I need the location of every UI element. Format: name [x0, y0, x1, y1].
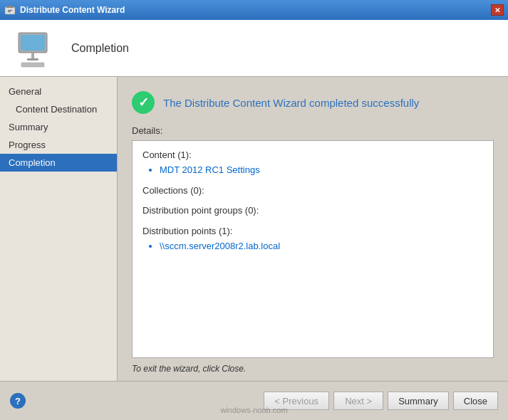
footer-buttons: < Previous Next > Summary Close	[264, 392, 498, 410]
svg-rect-1	[6, 6, 14, 8]
collections-section-title: Collections (0):	[142, 185, 204, 196]
title-bar: Distribute Content Wizard ✕	[0, 0, 508, 20]
details-collections-section: Collections (0):	[142, 184, 483, 199]
main-content: General Content Destination Summary Prog…	[0, 77, 508, 381]
sidebar-item-progress[interactable]: Progress	[0, 136, 117, 154]
details-dp-section: Distribution points (1): \\sccm.server20…	[142, 224, 483, 254]
dpgroups-section-title: Distribution point groups (0):	[142, 205, 259, 216]
summary-button[interactable]: Summary	[388, 392, 449, 410]
sidebar-item-summary[interactable]: Summary	[0, 118, 117, 136]
sidebar-item-general[interactable]: General	[0, 83, 117, 100]
title-text: Distribute Content Wizard	[20, 5, 125, 15]
wizard-icon	[4, 4, 16, 16]
svg-rect-8	[21, 63, 44, 67]
sidebar: General Content Destination Summary Prog…	[0, 77, 118, 381]
svg-rect-3	[8, 11, 11, 12]
next-button[interactable]: Next >	[333, 392, 383, 410]
header-title: Completion	[71, 42, 129, 55]
close-window-button[interactable]: ✕	[491, 4, 504, 16]
close-button[interactable]: Close	[453, 392, 498, 410]
content-section-title: Content (1):	[142, 149, 192, 160]
details-content-section: Content (1): MDT 2012 RC1 Settings	[142, 148, 483, 178]
header: Completion	[0, 20, 508, 77]
previous-button[interactable]: < Previous	[264, 392, 329, 410]
exit-note: To exit the wizard, click Close.	[132, 364, 494, 374]
success-header: ✓ The Distribute Content Wizard complete…	[132, 91, 494, 114]
details-label: Details:	[132, 125, 494, 136]
svg-rect-5	[21, 35, 45, 51]
right-panel: ✓ The Distribute Content Wizard complete…	[118, 77, 508, 381]
footer: ? < Previous Next > Summary Close	[0, 381, 508, 420]
success-title: The Distribute Content Wizard completed …	[163, 97, 419, 109]
svg-rect-6	[31, 53, 34, 58]
sidebar-item-content-destination[interactable]: Content Destination	[0, 100, 117, 118]
sidebar-item-completion[interactable]: Completion	[0, 154, 117, 172]
details-box: Content (1): MDT 2012 RC1 Settings Colle…	[132, 140, 494, 358]
help-button[interactable]: ?	[10, 393, 26, 409]
content-item: MDT 2012 RC1 Settings	[160, 163, 483, 178]
dp-item: \\sccm.server2008r2.lab.local	[160, 239, 483, 254]
header-icon-area	[14, 27, 57, 70]
details-dpgroups-section: Distribution point groups (0):	[142, 204, 483, 219]
computer-icon	[14, 27, 57, 70]
svg-rect-7	[27, 58, 38, 61]
success-icon: ✓	[132, 91, 155, 114]
dp-section-title: Distribution points (1):	[142, 226, 232, 236]
svg-rect-2	[8, 10, 12, 11]
